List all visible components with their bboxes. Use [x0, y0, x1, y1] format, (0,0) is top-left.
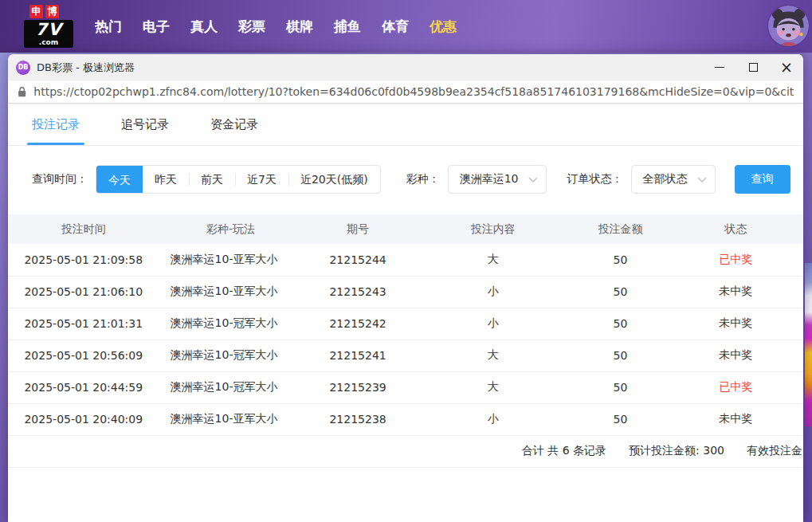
bet-time-cell: 2025-05-01 20:40:09 [8, 403, 159, 435]
order-status-label: 订单状态： [567, 172, 623, 186]
time-option[interactable]: 今天 [96, 165, 143, 194]
time-option[interactable]: 昨天 [143, 166, 189, 193]
minimize-button[interactable] [703, 54, 736, 80]
background-banner-sliver [805, 263, 812, 426]
lottery-type-label: 彩种： [406, 172, 440, 186]
column-header: 投注时间 [8, 214, 159, 244]
bet-content-cell: 小 [414, 276, 573, 308]
logo-char-shen: 申 [29, 5, 43, 18]
summary-valid-amount: 有效投注金 [747, 444, 802, 458]
table-row: 2025-05-01 20:40:09澳洲幸运10-亚军大小21215238小5… [8, 403, 803, 435]
game-play-cell: 澳洲幸运10-冠军大小 [159, 371, 303, 403]
window-titlebar[interactable]: DB DB彩票 - 极速浏览器 × [8, 54, 803, 80]
brand-logo-box: 7V .com [24, 20, 73, 47]
lottery-type-value: 澳洲幸运10 [460, 172, 519, 186]
nav-item[interactable]: 真人 [180, 18, 228, 36]
url-text: https://ctop02pchwp1.zfnc84.com/lottery/… [33, 85, 794, 98]
time-option[interactable]: 近20天(低频) [288, 166, 380, 193]
close-button[interactable]: × [770, 54, 803, 80]
brand-logo-characters: 申 博 [29, 5, 73, 18]
lock-icon[interactable] [18, 86, 26, 98]
order-status-value: 全部状态 [643, 172, 688, 186]
window-title: DB彩票 - 极速浏览器 [37, 61, 135, 75]
table-row: 2025-05-01 21:06:10澳洲幸运10-亚军大小21215243小5… [8, 276, 803, 308]
nav-item[interactable]: 棋牌 [276, 18, 324, 36]
issue-number-cell: 21215241 [302, 339, 414, 371]
bet-amount-cell: 50 [573, 339, 669, 371]
maximize-icon [749, 63, 758, 72]
tab-投注记录[interactable]: 投注记录 [32, 104, 80, 145]
bet-amount-cell: 50 [573, 371, 669, 403]
query-time-label: 查询时间： [32, 172, 88, 186]
filter-bar: 查询时间： 今天昨天前天近7天近20天(低频) 彩种： 澳洲幸运10 订单状态：… [8, 146, 803, 214]
search-button[interactable]: 查询 [735, 165, 790, 194]
column-header: 期号 [302, 214, 414, 244]
table-body: 2025-05-01 21:09:58澳洲幸运10-亚军大小21215244大5… [8, 244, 803, 435]
bet-status-cell: 未中奖 [668, 276, 803, 308]
issue-number-cell: 21215243 [302, 276, 414, 308]
address-bar[interactable]: https://ctop02pchwp1.zfnc84.com/lottery/… [8, 80, 803, 104]
bet-amount-cell: 50 [573, 244, 669, 276]
column-header: 投注内容 [414, 214, 573, 244]
bet-content-cell: 大 [414, 371, 573, 403]
nav-item[interactable]: 体育 [371, 18, 419, 36]
bet-status-cell: 已中奖 [668, 244, 803, 276]
nav-item[interactable]: 热门 [84, 18, 132, 36]
bet-content-cell: 大 [414, 339, 573, 371]
browser-window: DB DB彩票 - 极速浏览器 × https://ctop02pchwp1.z… [8, 54, 803, 522]
bet-time-cell: 2025-05-01 20:44:59 [8, 371, 159, 403]
brand-logo[interactable]: 申 博 7V .com [24, 5, 73, 47]
table-row: 2025-05-01 21:01:31澳洲幸运10-冠军大小21215242小5… [8, 308, 803, 339]
close-icon: × [780, 60, 793, 75]
bet-time-cell: 2025-05-01 21:06:10 [8, 276, 159, 308]
brand-name: 7V [24, 21, 73, 38]
order-status-select[interactable]: 全部状态 [631, 165, 716, 194]
window-controls: × [703, 54, 803, 80]
top-navigation: 申 博 7V .com 热门电子真人彩票棋牌捕鱼体育优惠 [0, 0, 812, 53]
bet-status-cell: 已中奖 [668, 371, 803, 403]
time-option[interactable]: 前天 [189, 166, 235, 193]
game-play-cell: 澳洲幸运10-亚军大小 [159, 276, 303, 308]
game-play-cell: 澳洲幸运10-冠军大小 [159, 308, 303, 339]
column-header: 投注金额 [573, 214, 669, 244]
bet-content-cell: 大 [414, 244, 573, 276]
summary-bar: 合计 共 6 条记录 预计投注金额: 300 有效投注金 [8, 436, 803, 468]
lottery-type-select[interactable]: 澳洲幸运10 [448, 165, 547, 194]
logo-char-bo: 博 [45, 5, 59, 18]
bet-status-cell: 未中奖 [668, 403, 803, 435]
bet-amount-cell: 50 [573, 403, 669, 435]
maximize-button[interactable] [736, 54, 770, 80]
issue-number-cell: 21215238 [302, 403, 414, 435]
bet-content-cell: 小 [414, 403, 573, 435]
summary-expected-amount: 预计投注金额: 300 [629, 444, 724, 458]
game-play-cell: 澳洲幸运10-亚军大小 [159, 244, 303, 276]
table-header-row: 投注时间彩种-玩法期号投注内容投注金额状态 [8, 214, 803, 244]
bet-status-cell: 未中奖 [668, 339, 803, 371]
minimize-icon [715, 67, 724, 69]
bet-records-table: 投注时间彩种-玩法期号投注内容投注金额状态 2025-05-01 21:09:5… [8, 214, 803, 436]
bet-time-cell: 2025-05-01 21:09:58 [8, 244, 159, 276]
column-header: 状态 [668, 214, 803, 244]
bet-content-cell: 小 [414, 308, 573, 339]
table-row: 2025-05-01 20:44:59澳洲幸运10-冠军大小21215239大5… [8, 371, 803, 403]
nav-items: 热门电子真人彩票棋牌捕鱼体育优惠 [84, 18, 467, 36]
table-row: 2025-05-01 21:09:58澳洲幸运10-亚军大小21215244大5… [8, 244, 803, 276]
user-avatar[interactable] [768, 6, 809, 46]
table-row: 2025-05-01 20:56:09澳洲幸运10-冠军大小21215241大5… [8, 339, 803, 371]
summary-total: 合计 共 6 条记录 [522, 444, 606, 458]
time-range-group: 今天昨天前天近7天近20天(低频) [96, 165, 381, 194]
record-tabs: 投注记录追号记录资金记录 [8, 104, 803, 146]
issue-number-cell: 21215239 [302, 371, 414, 403]
nav-item[interactable]: 电子 [132, 18, 180, 36]
tab-追号记录[interactable]: 追号记录 [121, 104, 169, 145]
chevron-down-icon [528, 177, 538, 183]
bet-status-cell: 未中奖 [668, 308, 803, 339]
nav-item[interactable]: 彩票 [228, 18, 276, 36]
brand-domain: .com [24, 39, 73, 46]
browser-app-icon: DB [16, 61, 30, 75]
time-option[interactable]: 近7天 [235, 166, 288, 193]
avatar-image [768, 6, 809, 46]
tab-资金记录[interactable]: 资金记录 [210, 104, 258, 145]
nav-item[interactable]: 捕鱼 [324, 18, 371, 36]
nav-item[interactable]: 优惠 [419, 18, 467, 36]
